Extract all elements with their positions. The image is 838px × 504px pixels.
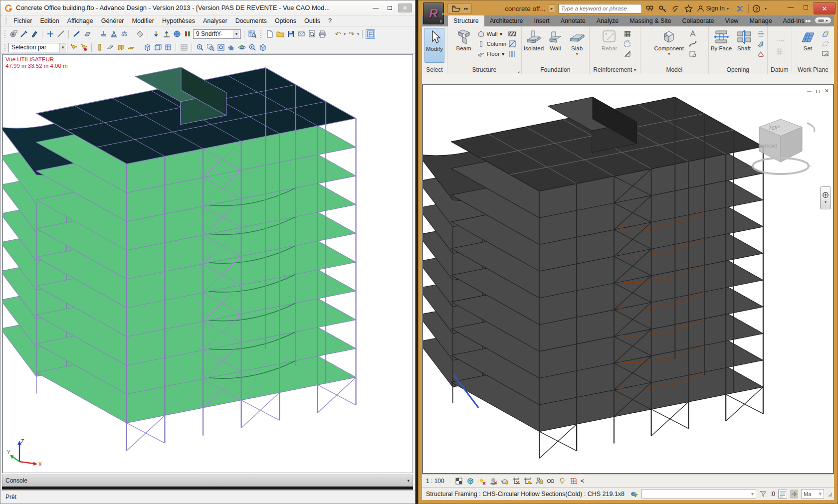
advance-maximize-button[interactable]: [384, 3, 395, 12]
favorites-star-icon[interactable]: [684, 3, 694, 13]
grid-icon[interactable]: [179, 43, 189, 52]
menu-item[interactable]: Hypothèses: [158, 16, 199, 25]
revit-viewport[interactable]: — ✕ TOP FRONT ▾: [422, 84, 834, 474]
menu-item[interactable]: Affichage: [63, 16, 97, 25]
revit-title-bar[interactable]: ▸▸ concrete off... ▸ Sign In ▾ ? ▾ — ✕: [419, 0, 838, 15]
pipette-icon[interactable]: [19, 29, 28, 39]
rebar-button[interactable]: Rebar: [598, 28, 622, 51]
vertical-opening-icon[interactable]: [756, 39, 765, 48]
menu-item[interactable]: Générer: [97, 16, 128, 25]
iso-cube-icon[interactable]: [258, 43, 267, 52]
cover-icon[interactable]: [623, 49, 632, 58]
zoom-extents-icon[interactable]: [216, 43, 225, 52]
wall-foundation-button[interactable]: Wall: [545, 28, 565, 51]
ribbon-tab[interactable]: Insert: [528, 15, 555, 26]
view-restore-icon[interactable]: [816, 88, 820, 94]
select-add-icon[interactable]: [68, 43, 78, 52]
load-combination-icon[interactable]: [183, 29, 192, 39]
ribbon-tab[interactable]: Analyze: [591, 15, 624, 26]
chevron-down-icon[interactable]: ▾: [233, 30, 239, 38]
add-line-icon[interactable]: [56, 29, 65, 39]
fabric-area-icon[interactable]: [623, 29, 632, 38]
crop-view-icon[interactable]: [512, 477, 521, 486]
pan-hand-icon[interactable]: [226, 43, 236, 52]
locked-view-icon[interactable]: [535, 477, 544, 486]
resize-grip[interactable]: [828, 492, 832, 497]
add-point-icon[interactable]: [45, 29, 55, 39]
revit-maximize-button[interactable]: [799, 2, 813, 12]
visual-style-icon[interactable]: [466, 477, 475, 486]
select-panel-label[interactable]: Select: [422, 65, 447, 74]
ribbon-tab[interactable]: Architecture: [484, 15, 529, 26]
properties-toggle-icon[interactable]: [778, 490, 787, 499]
pen-icon[interactable]: [29, 29, 39, 39]
view-cube[interactable]: TOP FRONT: [743, 110, 818, 190]
floor-button[interactable]: Floor▾: [477, 49, 507, 58]
view-top-icon[interactable]: [163, 43, 173, 52]
ribbon-tab[interactable]: Structure: [448, 15, 484, 26]
ribbon-tab[interactable]: Collaborate: [677, 15, 720, 26]
show-work-plane-icon[interactable]: [821, 29, 830, 38]
menu-item[interactable]: Fichier: [9, 16, 36, 25]
menu-item[interactable]: Modifier: [128, 16, 158, 25]
model-text-icon[interactable]: [688, 29, 697, 38]
help-dropdown-icon[interactable]: ▾: [765, 6, 767, 11]
title-flyout-icon[interactable]: ▸: [549, 4, 555, 13]
menu-item[interactable]: ?: [324, 16, 336, 25]
filter-column-icon[interactable]: [95, 43, 104, 52]
render-style-select[interactable]: 9 SndrftY- ▾: [193, 29, 241, 39]
opening-panel-label[interactable]: Opening: [709, 65, 767, 74]
open-icon[interactable]: [451, 3, 461, 13]
view-iso-icon[interactable]: [142, 43, 152, 52]
menu-item[interactable]: Analyser: [199, 16, 231, 25]
design-options-select[interactable]: ▾: [641, 489, 756, 499]
view-minimize-icon[interactable]: —: [807, 89, 812, 94]
wall-button[interactable]: Wall▾: [477, 29, 507, 38]
ribbon-tab[interactable]: View: [720, 15, 744, 26]
model-line-icon[interactable]: [688, 39, 697, 48]
beam-button[interactable]: Beam: [452, 28, 476, 51]
surface-load-icon[interactable]: [162, 29, 171, 39]
redo-icon[interactable]: ↷: [347, 29, 356, 39]
selection-mode-select[interactable]: Sélection par ▾: [8, 43, 67, 52]
dialog-launcher-icon[interactable]: ⌟: [518, 68, 520, 73]
select-remove-icon[interactable]: [79, 43, 88, 52]
console-dropdown-icon[interactable]: ▾: [407, 478, 410, 483]
active-model-select[interactable]: Ma▾: [801, 489, 824, 499]
work-plane-panel-label[interactable]: Work Plane: [792, 65, 834, 74]
viewer-icon[interactable]: [821, 49, 830, 58]
support-roller-icon[interactable]: [119, 29, 129, 39]
slab-button[interactable]: Slab ▾: [567, 28, 587, 57]
area-reinforcement-icon[interactable]: [623, 39, 632, 48]
zoom-window-icon[interactable]: [206, 43, 215, 52]
set-work-plane-button[interactable]: Set: [796, 28, 820, 51]
print-icon[interactable]: [317, 29, 327, 39]
truss-icon[interactable]: [508, 29, 517, 38]
component-button[interactable]: Component ▾: [651, 28, 687, 57]
structure-panel-label[interactable]: Structure⌟: [447, 65, 521, 74]
advance-minimize-button[interactable]: —: [370, 3, 381, 12]
filter-slab-icon[interactable]: [105, 43, 115, 52]
table-view-icon[interactable]: [247, 29, 257, 39]
new-document-icon[interactable]: [265, 29, 274, 39]
sign-in-control[interactable]: Sign In ▾: [697, 5, 729, 12]
shadows-icon[interactable]: [489, 477, 498, 486]
revit-minimize-button[interactable]: —: [784, 2, 798, 12]
help-search-input[interactable]: [558, 4, 642, 13]
orbit-icon[interactable]: [237, 43, 246, 52]
redo-dropdown-icon[interactable]: ▾: [357, 32, 359, 36]
export-icon[interactable]: [296, 29, 306, 39]
zoom-previous-icon[interactable]: [247, 43, 257, 52]
save-icon[interactable]: [286, 29, 295, 39]
collapse-bar-icon[interactable]: <: [581, 478, 584, 485]
worksets-icon[interactable]: [630, 490, 638, 499]
view-front-icon[interactable]: [153, 43, 162, 52]
opening-by-face-button[interactable]: By Face: [711, 28, 732, 51]
zoom-in-icon[interactable]: [195, 43, 205, 52]
advance-viewport[interactable]: Vue UTILISATEUR 47.99 m 33.52 m 4.00 m Z…: [2, 54, 413, 473]
show-crop-icon[interactable]: [523, 477, 532, 486]
advance-close-button[interactable]: ✕: [398, 3, 412, 12]
menu-item[interactable]: Documents: [231, 16, 271, 25]
exchange-apps-icon[interactable]: [735, 3, 745, 13]
filter-icon[interactable]: [759, 490, 767, 499]
